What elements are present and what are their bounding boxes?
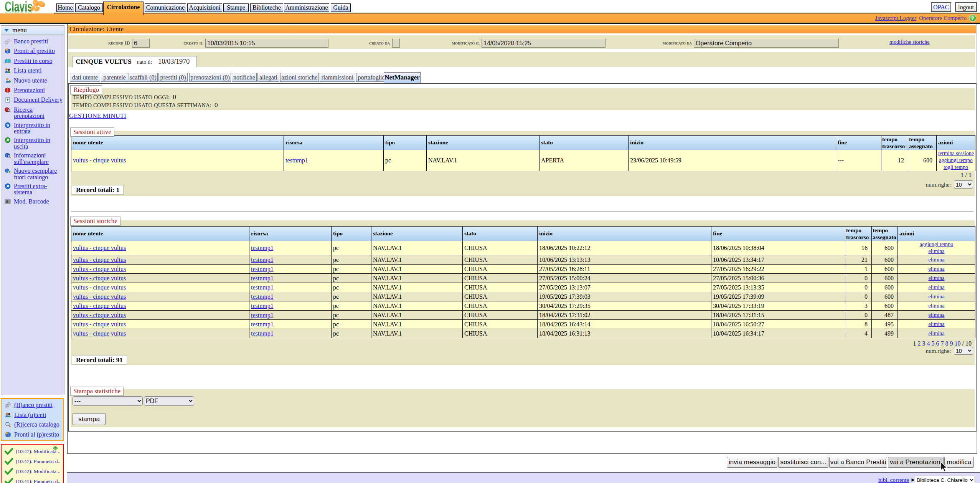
- svg-text:?: ?: [971, 16, 974, 21]
